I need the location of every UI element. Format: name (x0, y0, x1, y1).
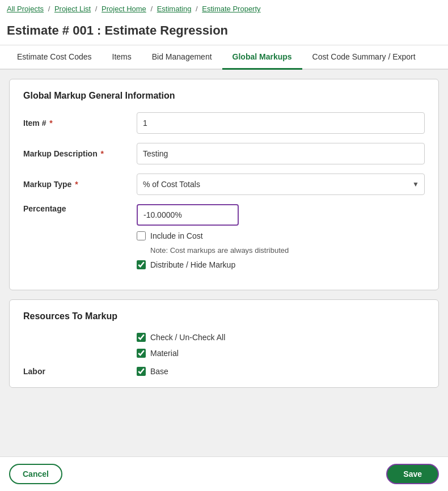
breadcrumb: All Projects / Project List / Project Ho… (0, 0, 448, 18)
check-uncheck-all-row: Check / Un-Check All (137, 333, 425, 342)
include-in-cost-row: Include in Cost (137, 231, 425, 240)
markup-type-select-wrapper: % of Cost Totals Fixed Amount Per Unit ▼ (137, 173, 425, 195)
breadcrumb-project-list[interactable]: Project List (54, 5, 91, 13)
check-uncheck-all-checkbox[interactable] (137, 333, 146, 342)
base-checkbox[interactable] (137, 367, 146, 376)
percentage-input[interactable] (137, 204, 239, 226)
markup-type-select[interactable]: % of Cost Totals Fixed Amount Per Unit (137, 173, 425, 195)
save-button[interactable]: Save (386, 464, 439, 484)
material-row: Material (137, 349, 425, 358)
tab-bid-management[interactable]: Bid Management (142, 45, 222, 70)
card-title: Global Markup General Information (23, 91, 425, 101)
markup-type-row: Markup Type * % of Cost Totals Fixed Amo… (23, 173, 425, 195)
tab-items[interactable]: Items (102, 45, 142, 70)
resources-title: Resources To Markup (23, 311, 425, 321)
breadcrumb-project-home[interactable]: Project Home (102, 5, 146, 13)
labor-label: Labor (23, 367, 125, 376)
include-in-cost-label[interactable]: Include in Cost (150, 231, 203, 240)
percentage-row: Percentage Include in Cost Note: Cost ma… (23, 204, 425, 269)
distribute-row: Distribute / Hide Markup (137, 260, 425, 269)
content-area: Global Markup General Information Item #… (0, 70, 448, 397)
material-checkbox[interactable] (137, 349, 146, 358)
resources-checkboxes: Check / Un-Check All Material (137, 333, 425, 358)
note-text: Note: Cost markups are always distribute… (137, 246, 425, 255)
tab-cost-code-summary[interactable]: Cost Code Summary / Export (302, 45, 426, 70)
percentage-input-area: Include in Cost Note: Cost markups are a… (137, 204, 425, 269)
item-number-row: Item # * (23, 112, 425, 134)
cancel-button[interactable]: Cancel (9, 464, 62, 484)
breadcrumb-estimating[interactable]: Estimating (157, 5, 192, 13)
resources-card: Resources To Markup Check / Un-Check All… (9, 299, 439, 388)
tabs-bar: Estimate Cost Codes Items Bid Management… (0, 45, 448, 70)
tab-global-markups[interactable]: Global Markups (222, 45, 302, 70)
labor-row: Labor Base (23, 367, 425, 376)
markup-description-label: Markup Description * (23, 149, 125, 158)
markup-type-label: Markup Type * (23, 180, 125, 189)
base-row: Base (137, 367, 168, 376)
item-number-input[interactable] (137, 112, 425, 134)
markup-description-input[interactable] (137, 143, 425, 164)
item-number-label: Item # * (23, 118, 125, 128)
tab-estimate-cost-codes[interactable]: Estimate Cost Codes (7, 45, 102, 70)
distribute-checkbox[interactable] (137, 260, 146, 269)
percentage-label: Percentage (23, 204, 125, 213)
markup-description-row: Markup Description * (23, 143, 425, 164)
breadcrumb-estimate-property[interactable]: Estimate Property (202, 5, 260, 13)
base-label[interactable]: Base (150, 367, 168, 376)
check-uncheck-all-label[interactable]: Check / Un-Check All (150, 333, 225, 342)
material-label[interactable]: Material (150, 349, 179, 358)
breadcrumb-all-projects[interactable]: All Projects (7, 5, 44, 13)
distribute-label[interactable]: Distribute / Hide Markup (150, 260, 235, 269)
include-in-cost-checkbox[interactable] (137, 231, 146, 240)
bottom-bar: Cancel Save (0, 456, 448, 491)
page-title: Estimate # 001 : Estimate Regression (0, 18, 448, 45)
global-markup-card: Global Markup General Information Item #… (9, 79, 439, 290)
